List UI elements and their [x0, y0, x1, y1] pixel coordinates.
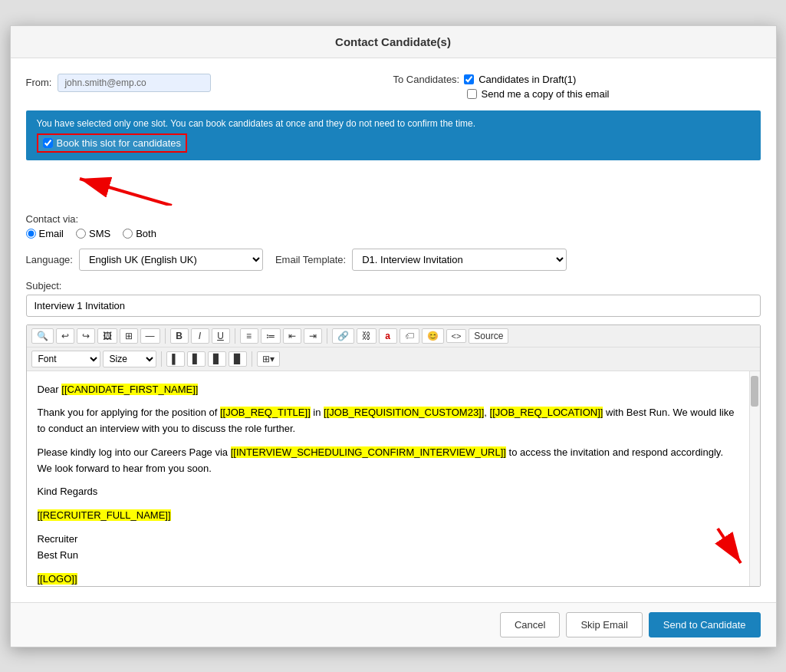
to-candidates-row: To Candidates: Candidates in Draft(1) — [393, 74, 577, 85]
toolbar-row-2: Font Size ▌ ▋ ▊ ▉ ⊞▾ — [27, 348, 760, 371]
subject-input[interactable] — [26, 295, 761, 317]
send-copy-checkbox[interactable] — [467, 89, 477, 99]
language-select[interactable]: English UK (English UK) — [79, 249, 263, 271]
skip-email-button[interactable]: Skip Email — [566, 612, 642, 637]
both-radio-text: Both — [136, 228, 156, 239]
sms-radio-text: SMS — [89, 228, 110, 239]
email-radio-text: Email — [39, 228, 64, 239]
link-btn[interactable]: 🔗 — [332, 328, 354, 344]
send-copy-row: Send me a copy of this email — [393, 88, 610, 100]
greeting-text: Dear — [38, 384, 62, 395]
editor-wrapper: Dear [[CANDIDATE_FIRST_NAME]] Thank you … — [27, 371, 760, 586]
contact-candidates-dialog: Contact Candidate(s) From: john.smith@em… — [10, 25, 777, 647]
ordered-list-btn[interactable]: ≔ — [261, 328, 281, 344]
editor-greeting: Dear [[CANDIDATE_FIRST_NAME]] — [38, 382, 738, 398]
para1-mid1: in — [311, 407, 324, 418]
to-candidates-checkbox[interactable] — [464, 74, 474, 84]
svg-line-1 — [80, 179, 172, 206]
email-radio-label[interactable]: Email — [26, 228, 64, 239]
table-btn[interactable]: ⊞ — [120, 328, 138, 344]
language-template-row: Language: English UK (English UK) Email … — [26, 249, 761, 271]
editor-regards: Kind Regards — [38, 484, 738, 500]
html-source-btn[interactable]: <> — [446, 329, 467, 343]
emoticon-btn[interactable]: 😊 — [422, 328, 444, 344]
size-select[interactable]: Size — [103, 351, 156, 367]
job-req-title-var: [[JOB_REQ_TITLE]] — [220, 407, 311, 418]
editor-logo-var: [[LOGO]] — [38, 572, 738, 586]
editor-para1: Thank you for applying for the position … — [38, 405, 738, 437]
job-req-custom-var: [[JOB_REQUISITION_CUSTOM23]] — [324, 407, 484, 418]
separator4 — [161, 351, 162, 367]
para1-mid2: , — [484, 407, 489, 418]
blue-banner: You have selected only one slot. You can… — [26, 110, 761, 160]
indent-btn[interactable]: ⇥ — [304, 328, 322, 344]
undo-btn[interactable]: ↩ — [56, 328, 74, 344]
editor-scrollbar[interactable] — [749, 371, 760, 586]
svg-line-3 — [718, 529, 741, 563]
contact-via-section: Contact via: Email SMS Both — [26, 213, 761, 239]
from-to-row: From: john.smith@emp.co To Candidates: C… — [26, 74, 761, 100]
banner-message: You have selected only one slot. You can… — [37, 118, 750, 129]
template-select[interactable]: D1. Interview Invitation — [352, 249, 567, 271]
job-req-location-var: [[JOB_REQ_LOCATION]] — [490, 407, 603, 418]
both-radio-label[interactable]: Both — [123, 228, 156, 239]
editor-content[interactable]: Dear [[CANDIDATE_FIRST_NAME]] Thank you … — [27, 371, 749, 586]
from-label: From: — [26, 77, 52, 88]
radio-group: Email SMS Both — [26, 228, 761, 239]
redo-btn[interactable]: ↪ — [77, 328, 95, 344]
from-section: From: john.smith@emp.co — [26, 74, 393, 92]
underline-btn[interactable]: U — [212, 328, 230, 344]
outdent-btn[interactable]: ⇤ — [283, 328, 301, 344]
candidates-in-draft-label: Candidates in Draft(1) — [479, 74, 576, 85]
align-justify-btn[interactable]: ▉ — [229, 351, 247, 367]
interview-url-var: [[INTERVIEW_SCHEDULING_CONFIRM_INTERVIEW… — [231, 446, 506, 458]
subject-row: Subject: — [26, 280, 761, 317]
spellcheck-btn[interactable]: a — [379, 328, 397, 344]
subject-label: Subject: — [26, 280, 761, 292]
rich-text-editor: 🔍 ↩ ↪ 🖼 ⊞ ― B I U ≡ — [26, 324, 761, 587]
to-section: To Candidates: Candidates in Draft(1) Se… — [393, 74, 761, 100]
logo-var: [[LOGO]] — [38, 573, 77, 585]
align-left-btn[interactable]: ▌ — [166, 351, 185, 367]
dialog-title: Contact Candidate(s) — [11, 26, 776, 58]
search-toolbar-btn[interactable]: 🔍 — [31, 328, 54, 344]
dialog-footer: Cancel Skip Email Send to Candidate — [11, 602, 776, 647]
unlink-btn[interactable]: ⛓ — [357, 328, 377, 344]
cancel-button[interactable]: Cancel — [500, 612, 560, 637]
unordered-list-btn[interactable]: ≡ — [240, 328, 258, 344]
red-arrow-svg — [49, 163, 187, 206]
email-radio[interactable] — [26, 229, 36, 239]
align-right-btn[interactable]: ▊ — [208, 351, 226, 367]
template-var-btn[interactable]: 🏷 — [400, 328, 419, 344]
bold-btn[interactable]: B — [170, 328, 189, 344]
hr-btn[interactable]: ― — [140, 328, 160, 344]
editor-main: Dear [[CANDIDATE_FIRST_NAME]] Thank you … — [27, 371, 749, 586]
book-slot-checkbox-wrapper: Book this slot for candidates — [37, 133, 188, 153]
both-radio[interactable] — [123, 229, 133, 239]
font-select[interactable]: Font — [31, 351, 100, 367]
from-input[interactable]: john.smith@emp.co — [58, 74, 211, 92]
grid-btn[interactable]: ⊞▾ — [257, 351, 280, 367]
book-slot-row: Book this slot for candidates — [37, 133, 750, 153]
sms-radio[interactable] — [76, 229, 86, 239]
contact-via-label: Contact via: — [26, 213, 761, 225]
align-center-btn[interactable]: ▋ — [187, 351, 206, 367]
separator1 — [165, 328, 166, 344]
send-to-candidate-button[interactable]: Send to Candidate — [649, 612, 761, 637]
source-btn[interactable]: Source — [469, 328, 508, 344]
arrow-annotation — [26, 171, 761, 213]
para1-prefix: Thank you for applying for the position … — [38, 407, 220, 418]
image-btn[interactable]: 🖼 — [97, 328, 117, 344]
dialog-body: From: john.smith@emp.co To Candidates: C… — [11, 58, 776, 602]
book-slot-checkbox[interactable] — [43, 138, 53, 148]
sms-radio-label[interactable]: SMS — [76, 228, 110, 239]
separator2 — [235, 328, 235, 344]
recruiter-var: [[RECRUITER_FULL_NAME]] — [38, 509, 171, 521]
editor-company: Best Run — [38, 548, 738, 564]
italic-btn[interactable]: I — [191, 328, 209, 344]
scrollbar-thumb — [751, 376, 758, 407]
template-label: Email Template: — [275, 254, 346, 265]
template-group: Email Template: D1. Interview Invitation — [275, 249, 567, 271]
bottom-right-arrow-svg — [706, 525, 752, 571]
separator5 — [252, 351, 252, 367]
